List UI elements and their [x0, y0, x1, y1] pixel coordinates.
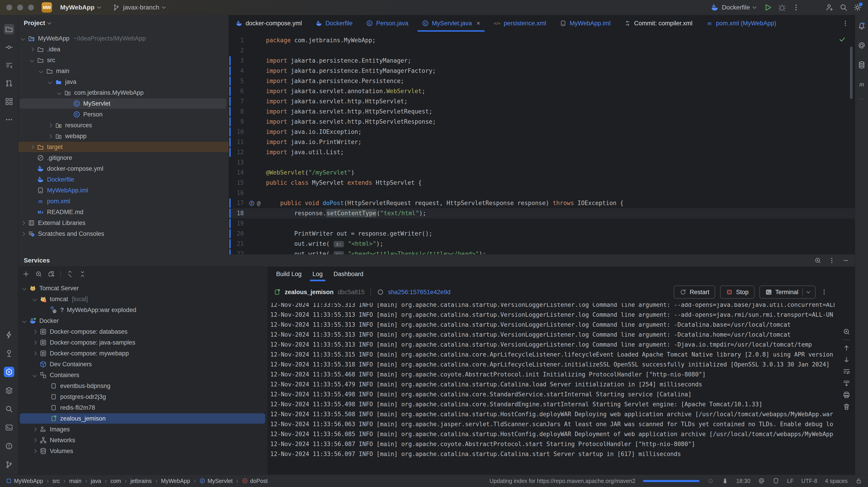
- chevron-down-icon[interactable]: [33, 297, 37, 301]
- chevron-right-icon[interactable]: [33, 438, 37, 442]
- branch-widget[interactable]: javax-branch: [108, 2, 169, 13]
- shield-icon[interactable]: [773, 478, 779, 484]
- project-tree-item-resources[interactable]: resources: [18, 120, 229, 131]
- services-tree-item-containers[interactable]: Containers: [18, 370, 268, 381]
- editor-tab-docker-compose-yml[interactable]: docker-compose.yml: [229, 15, 309, 32]
- tool-stripe-maven[interactable]: m: [857, 79, 867, 90]
- soft-wrap-icon[interactable]: [843, 368, 850, 375]
- project-tree-item-docker-compose-yml[interactable]: docker-compose.yml: [18, 163, 229, 174]
- tool-stripe-pull-requests[interactable]: [4, 78, 14, 89]
- indent-widget[interactable]: 4 spaces: [825, 478, 848, 484]
- breadcrumb-item-main[interactable]: main: [69, 478, 82, 484]
- window-close-button[interactable]: [6, 4, 12, 10]
- project-tree-item-dockerfile[interactable]: Dockerfile: [18, 174, 229, 185]
- settings-button[interactable]: [854, 3, 862, 11]
- more-tabs-button[interactable]: [842, 20, 849, 27]
- project-tree-item-mywebapp-iml[interactable]: MyWebApp.iml: [18, 185, 229, 196]
- project-tree-item-com-jetbrains-mywebapp[interactable]: com.jetbrains.MyWebApp: [18, 87, 229, 98]
- services-tree-item-tomcat[interactable]: tomcat[local]: [18, 294, 268, 304]
- chevron-down-icon[interactable]: [21, 36, 25, 40]
- collapse-all-button[interactable]: [79, 270, 86, 278]
- services-tree-item-networks[interactable]: Networks: [18, 435, 268, 446]
- chevron-right-icon[interactable]: [33, 330, 37, 334]
- print-icon[interactable]: [843, 391, 850, 399]
- chevron-down-icon[interactable]: [33, 373, 37, 377]
- tool-stripe-structure[interactable]: [4, 60, 14, 70]
- project-tree-item-myservlet[interactable]: CMyServlet: [18, 98, 229, 109]
- chevron-down-icon[interactable]: [39, 69, 43, 73]
- project-tree-item-pom-xml[interactable]: mpom.xml: [18, 196, 229, 207]
- breadcrumb-item-mywebapp[interactable]: MyWebApp: [161, 478, 190, 484]
- log-console[interactable]: 12-Nov-2024 11:33:55.313 INFO [main] org…: [268, 303, 835, 473]
- chevron-right-icon[interactable]: [21, 232, 25, 236]
- run-configuration-selector[interactable]: Dockerfile: [708, 2, 758, 13]
- chevron-right-icon[interactable]: [30, 47, 34, 51]
- project-panel-header[interactable]: Project: [18, 15, 229, 31]
- code-editor[interactable]: 1package com.jetbrains.MyWebApp;23import…: [229, 32, 855, 254]
- chevron-right-icon[interactable]: [48, 123, 52, 127]
- project-tree-item-scratches-and-consoles[interactable]: Scratches and Consoles: [18, 228, 229, 239]
- show-services-button[interactable]: [35, 270, 42, 278]
- breadcrumb-item-com[interactable]: com: [111, 478, 121, 484]
- previous-occurrence-icon[interactable]: [843, 344, 850, 352]
- chevron-right-icon[interactable]: [30, 145, 34, 149]
- chevron-down-icon[interactable]: [30, 58, 34, 62]
- tool-stripe-build[interactable]: [4, 385, 14, 396]
- add-service-button[interactable]: [22, 270, 30, 278]
- panel-options-icon[interactable]: [814, 257, 822, 264]
- stop-button[interactable]: Stop: [720, 286, 754, 299]
- services-tree-item-volumes[interactable]: Volumes: [18, 446, 268, 456]
- services-tab-log[interactable]: Log: [308, 267, 327, 281]
- tool-stripe-notifications[interactable]: [857, 21, 867, 31]
- tool-stripe-ai-assistant[interactable]: [857, 40, 867, 51]
- tool-stripe-profiler[interactable]: [4, 330, 14, 340]
- chevron-down-icon[interactable]: [48, 80, 52, 84]
- encoding-widget[interactable]: UTF-8: [801, 478, 817, 484]
- editor-scrollbar-thumb[interactable]: [850, 46, 852, 99]
- services-tree-item-dev-containers[interactable]: Dev Containers: [18, 359, 268, 370]
- services-tree-item-docker[interactable]: Docker: [18, 315, 268, 326]
- breadcrumb-item-mywebapp[interactable]: MyWebApp: [6, 478, 43, 484]
- services-tree-item-postgres-odr2j3g[interactable]: postgres-odr2j3g: [18, 391, 268, 402]
- cancel-indexing-icon[interactable]: [707, 478, 714, 484]
- breadcrumb-item-dopost[interactable]: mdoPost: [242, 478, 268, 484]
- services-tree-item-mywebapp-war-exploded[interactable]: ?MyWebApp:war exploded: [18, 304, 268, 315]
- chevron-down-icon[interactable]: [22, 286, 26, 290]
- editor-tab-commit-compiler-xml[interactable]: Commit: compiler.xml: [617, 15, 699, 32]
- project-tree-item-mywebapp[interactable]: MyWebApp~/IdeaProjects/MyWebApp: [18, 33, 229, 44]
- chevron-right-icon[interactable]: [33, 351, 37, 355]
- chevron-right-icon[interactable]: [21, 221, 25, 225]
- project-tree-item-java[interactable]: java: [18, 76, 229, 87]
- search-everywhere-button[interactable]: [839, 3, 848, 11]
- editor-tab-myservlet-java[interactable]: CMyServlet.java×: [415, 15, 487, 32]
- editor-tab-dockerfile[interactable]: Dockerfile: [309, 15, 360, 32]
- terminal-button[interactable]: Terminal: [760, 286, 815, 299]
- next-occurrence-icon[interactable]: [843, 356, 850, 363]
- breadcrumb-item-src[interactable]: src: [53, 478, 60, 484]
- services-tab-dashboard[interactable]: Dashboard: [329, 267, 368, 281]
- code-with-me-button[interactable]: [826, 3, 834, 11]
- chevron-right-icon[interactable]: [33, 427, 37, 431]
- project-tree-item-readme-md[interactable]: MREADME.md: [18, 207, 229, 218]
- restart-button[interactable]: Restart: [674, 286, 715, 299]
- chevron-right-icon[interactable]: [33, 449, 37, 453]
- tool-stripe-services[interactable]: [4, 367, 14, 377]
- services-tree-item-redis-fli2m78[interactable]: redis-fli2m78: [18, 402, 268, 413]
- services-tree-item-images[interactable]: Images: [18, 424, 268, 435]
- inspections-ok-icon[interactable]: [839, 36, 846, 43]
- chevron-down-icon[interactable]: [57, 91, 61, 95]
- project-tree-item-person[interactable]: CPerson: [18, 109, 229, 120]
- clock-widget[interactable]: 18:30: [736, 478, 750, 484]
- editor-tab-pom-xml-mywebapp-[interactable]: mpom.xml (MyWebApp): [699, 15, 783, 32]
- tool-stripe-version-control[interactable]: [4, 459, 14, 470]
- unlock-icon[interactable]: [855, 478, 862, 484]
- debug-button[interactable]: [778, 3, 786, 11]
- services-tree-item-tomcat-server[interactable]: Tomcat Server: [18, 283, 268, 294]
- tool-stripe-database[interactable]: [857, 60, 867, 70]
- tool-stripe-modules[interactable]: [4, 96, 14, 107]
- editor-tab-person-java[interactable]: CPerson.java: [360, 15, 415, 32]
- add-to-services-button[interactable]: [48, 270, 55, 278]
- fir-tree-icon[interactable]: [722, 478, 728, 484]
- project-tree-item-src[interactable]: src: [18, 55, 229, 66]
- breadcrumb-item-myservlet[interactable]: CMyServlet: [199, 478, 233, 484]
